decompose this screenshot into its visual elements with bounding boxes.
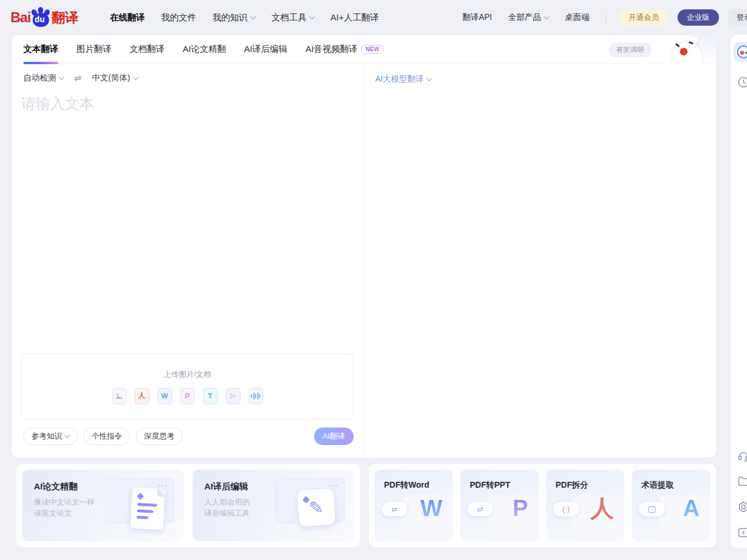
audio-file-icon[interactable] xyxy=(249,388,263,404)
word-letter-icon: W xyxy=(420,495,442,521)
chevron-down-icon xyxy=(59,75,65,80)
ppt-letter-icon: P xyxy=(512,495,528,521)
baidu-translate-logo[interactable]: Bai du 翻译 xyxy=(11,7,78,28)
tab-ai-paper-translate[interactable]: AI论文精翻 xyxy=(183,35,226,64)
chevron-down-icon xyxy=(132,75,138,80)
mountain-photo-glyph xyxy=(115,393,123,400)
topbar-right-group: 翻译API 全部产品 桌面端 开通会员 企业版 登录 xyxy=(462,0,747,35)
ai-translate-button[interactable]: AI翻译 xyxy=(314,428,354,445)
nav-item-desktop-app[interactable]: 桌面端 xyxy=(565,12,589,23)
card-ai-post-edit[interactable]: ••• AI译后编辑 人人都会用的译后编辑工具 ✎ xyxy=(193,470,354,541)
output-panel: AI大模型翻译 xyxy=(364,65,716,458)
image-file-icon[interactable] xyxy=(112,388,127,404)
custom-instruction-button[interactable]: 个性指令 xyxy=(83,428,130,445)
baidu-paw-icon: du xyxy=(31,7,51,28)
card-pdf-to-ppt[interactable]: PDF转PPT P ⇄ xyxy=(460,470,539,541)
nav-item-my-files[interactable]: 我的文件 xyxy=(161,12,196,23)
nav-item-online-translate[interactable]: 在线翻译 xyxy=(110,12,145,23)
deep-think-button[interactable]: 深度思考 xyxy=(136,428,183,445)
mascot-rabbit-graphic[interactable] xyxy=(668,37,706,64)
chevron-down-icon xyxy=(427,76,432,82)
pdf-logo-icon: 人 xyxy=(591,495,614,521)
nav-item-all-products[interactable]: 全部产品 xyxy=(508,12,549,23)
card-title: AI译后编辑 xyxy=(204,481,248,492)
logo-text-bai: Bai xyxy=(11,9,30,26)
chevron-down-icon xyxy=(250,14,256,20)
ppt-file-icon[interactable]: P xyxy=(180,388,195,404)
enterprise-edition-button[interactable]: 企业版 xyxy=(678,9,719,26)
translator-tool-row: 参考知识 个性指令 深度思考 AI翻译 xyxy=(23,428,354,445)
new-badge: NEW xyxy=(361,45,384,54)
top-navigation-bar: Bai du 翻译 在线翻译 我的文件 我的知识 文档工具 AI+人工翻译 翻译… xyxy=(0,0,747,35)
customer-service-icon[interactable] xyxy=(734,446,747,466)
target-language-select[interactable]: 中文(简体) xyxy=(92,73,138,83)
card-pdf-split[interactable]: PDF拆分 人 (·) xyxy=(546,470,624,541)
split-icon: (·) xyxy=(553,502,579,516)
document-sparkle-icon xyxy=(130,488,165,530)
source-language-select[interactable]: 自动检测 xyxy=(23,73,64,83)
tab-ai-post-edit[interactable]: AI译后编辑 xyxy=(244,35,287,64)
translate-mode-tabs: 文本翻译 图片翻译 文档翻译 AI论文精翻 AI译后编辑 AI音视频翻译NEW … xyxy=(12,35,716,64)
right-utility-rail xyxy=(731,35,747,548)
card-term-extract[interactable]: 术语提取 A ↑ xyxy=(632,470,710,541)
source-text-input[interactable] xyxy=(21,94,354,354)
history-clock-icon[interactable] xyxy=(734,72,747,92)
extract-icon: ↑ xyxy=(639,502,665,516)
settings-icon[interactable] xyxy=(734,497,747,517)
nav-item-ai-human-translate[interactable]: AI+人工翻译 xyxy=(330,12,379,23)
feature-cards-group: ••• AI论文精翻 像读中文论文一样读英文论文 ••• AI译后编辑 人人都会… xyxy=(16,464,360,547)
nav-item-my-knowledge[interactable]: 我的知识 xyxy=(212,12,255,23)
ai-assistant-icon[interactable] xyxy=(734,42,747,62)
login-button[interactable]: 登录 xyxy=(727,9,747,26)
card-description: 人人都会用的译后编辑工具 xyxy=(204,496,250,519)
card-title: PDF转PPT xyxy=(470,480,510,491)
card-title: PDF转Word xyxy=(384,480,430,491)
active-tab-underline xyxy=(23,62,58,64)
tab-image-translate[interactable]: 图片翻译 xyxy=(76,35,111,64)
pencil-sparkle-icon: ✎ xyxy=(297,488,336,527)
word-file-icon[interactable]: W xyxy=(158,388,172,404)
pdf-file-icon[interactable]: 人 xyxy=(135,388,149,404)
upload-label: 上传图片/文档 xyxy=(163,369,211,380)
card-description: 像读中文论文一样读英文论文 xyxy=(34,496,95,519)
ai-model-select[interactable]: AI大模型翻译 xyxy=(375,74,704,85)
vertical-divider xyxy=(606,13,606,22)
primary-nav: 在线翻译 我的文件 我的知识 文档工具 AI+人工翻译 xyxy=(110,12,379,23)
pdf-tools-group: PDF转Word W ⇄ PDF转PPT P ⇄ PDF拆分 人 (·) 术语提… xyxy=(369,464,716,547)
nav-item-doc-tools[interactable]: 文档工具 xyxy=(271,12,314,23)
card-title: AI论文精翻 xyxy=(34,481,78,492)
translator-card: 文本翻译 图片翻译 文档翻译 AI论文精翻 AI译后编辑 AI音视频翻译NEW … xyxy=(12,35,716,458)
swap-languages-icon[interactable]: ⇌ xyxy=(74,73,82,83)
card-ai-paper-translate[interactable]: ••• AI论文精翻 像读中文论文一样读英文论文 xyxy=(22,470,184,541)
collapse-panel-icon[interactable] xyxy=(734,523,747,542)
chevron-down-icon xyxy=(309,14,315,20)
convert-arrows-icon: ⇄ xyxy=(467,502,493,516)
tab-text-translate[interactable]: 文本翻译 xyxy=(23,35,58,64)
survey-reward-button[interactable]: 有奖调研 xyxy=(609,43,652,57)
card-title: 术语提取 xyxy=(641,480,674,491)
output-model-title: AI大模型翻译 xyxy=(375,74,424,85)
open-vip-button[interactable]: 开通会员 xyxy=(619,9,668,26)
folder-icon[interactable] xyxy=(734,471,747,491)
baidu-translate-page: Bai du 翻译 在线翻译 我的文件 我的知识 文档工具 AI+人工翻译 翻译… xyxy=(0,0,747,560)
convert-arrows-icon: ⇄ xyxy=(382,502,407,516)
source-panel: 自动检测 ⇌ 中文(简体) 上传图片/文档 人 W P T xyxy=(12,65,364,458)
reference-knowledge-button[interactable]: 参考知识 xyxy=(23,428,78,445)
chevron-down-icon xyxy=(544,14,550,20)
txt-file-icon[interactable]: T xyxy=(203,388,218,404)
video-file-icon[interactable]: ▷ xyxy=(226,388,240,404)
card-title: PDF拆分 xyxy=(556,480,588,491)
chevron-down-icon xyxy=(65,433,71,439)
translator-panels: 自动检测 ⇌ 中文(简体) 上传图片/文档 人 W P T xyxy=(12,65,716,458)
term-letter-icon: A xyxy=(683,495,700,521)
logo-text-fanyi: 翻译 xyxy=(51,9,78,27)
upload-file-types: 人 W P T ▷ xyxy=(112,388,263,404)
tab-ai-audio-video-translate[interactable]: AI音视频翻译NEW xyxy=(305,35,384,64)
tab-document-translate[interactable]: 文档翻译 xyxy=(130,35,165,64)
nav-item-translate-api[interactable]: 翻译API xyxy=(462,12,492,23)
logo-text-du: du xyxy=(34,15,44,24)
language-selector-row: 自动检测 ⇌ 中文(简体) xyxy=(12,65,363,92)
upload-dropzone[interactable]: 上传图片/文档 人 W P T ▷ xyxy=(21,354,354,419)
card-pdf-to-word[interactable]: PDF转Word W ⇄ xyxy=(375,470,453,541)
